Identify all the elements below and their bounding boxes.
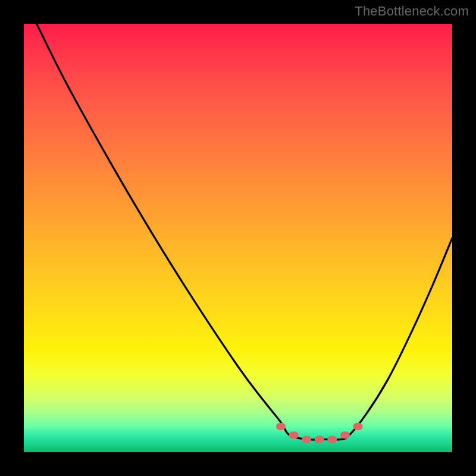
- curve-overlay: [24, 24, 452, 452]
- optimal-marker: [315, 436, 324, 443]
- chart-frame: TheBottleneck.com: [0, 0, 476, 476]
- bottleneck-curve: [37, 24, 452, 440]
- optimal-marker: [340, 431, 350, 439]
- optimal-marker: [276, 423, 286, 430]
- optimal-range-markers: [276, 423, 363, 443]
- optimal-marker: [353, 423, 363, 430]
- gradient-plot-area: [24, 24, 452, 452]
- optimal-marker: [289, 431, 299, 439]
- watermark-text: TheBottleneck.com: [355, 4, 469, 19]
- optimal-marker: [302, 436, 311, 443]
- optimal-marker: [327, 436, 337, 443]
